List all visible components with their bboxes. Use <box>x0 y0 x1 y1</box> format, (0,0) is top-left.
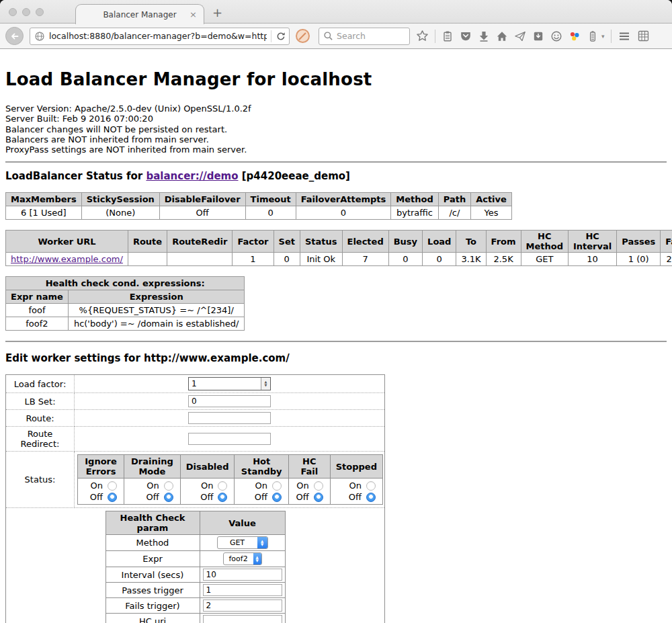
radio-off-stopped[interactable] <box>366 493 376 502</box>
radio-off-row: Off <box>130 491 175 503</box>
column-header: HC Method <box>521 231 568 253</box>
table-cell: GET <box>521 253 568 266</box>
passes-input[interactable] <box>203 584 282 596</box>
radio-on-stopped[interactable] <box>366 481 376 491</box>
search-bar[interactable] <box>319 28 410 45</box>
radio-off-hc-fail[interactable] <box>314 493 323 502</box>
route-redirect-input[interactable] <box>188 433 271 445</box>
search-input[interactable] <box>337 31 397 41</box>
table-cell: 0 <box>423 253 456 266</box>
proxypass-note: ProxyPass settings are NOT inherited fro… <box>5 144 667 155</box>
balancer-status-heading: LoadBalancer Status for balancer://demo … <box>5 170 667 182</box>
download-box-icon[interactable] <box>532 30 544 42</box>
smiley-icon[interactable] <box>550 30 562 42</box>
status-column-header: Hot Standby <box>235 455 288 479</box>
radio-on-disabled[interactable] <box>218 481 227 491</box>
load-factor-stepper[interactable]: ▲▼ <box>188 377 271 390</box>
browser-window: Balancer Manager × + localhost:8880/bala… <box>0 0 672 623</box>
fails-input[interactable] <box>203 599 282 612</box>
overflow-caret-icon[interactable]: ▾ <box>601 33 605 40</box>
back-button[interactable] <box>5 27 24 45</box>
balancer-status-table: MaxMembersStickySessionDisableFailoverTi… <box>5 192 512 220</box>
hc-params-cell: Health Check paramValueMethodGET▲▼Exprfo… <box>6 508 385 623</box>
hc-value-cell <box>200 598 285 614</box>
column-header: Method <box>391 193 438 206</box>
load-factor-input[interactable] <box>189 378 261 390</box>
color-dots-icon[interactable] <box>569 30 581 42</box>
status-row: Status:Ignore ErrorsDraining ModeDisable… <box>6 452 385 508</box>
table-cell: 2 (0) <box>661 253 672 266</box>
table-cell: Init Ok <box>300 253 342 266</box>
radio-off-disabled[interactable] <box>218 493 227 502</box>
table-cell <box>128 253 167 266</box>
url-bar[interactable]: localhost:8880/balancer-manager?b=demo&w… <box>30 28 290 45</box>
column-header: Timeout <box>245 193 296 206</box>
expression-cell: %{REQUEST_STATUS} =~ /^[234]/ <box>68 304 245 317</box>
expr-header-row: Expr nameExpression <box>6 290 245 304</box>
page-content: Load Balancer Manager for localhost Serv… <box>0 69 672 623</box>
column-header: Active <box>471 193 512 206</box>
bookmark-star-icon[interactable] <box>416 30 429 42</box>
radio-off-ignore-errors[interactable] <box>108 493 117 502</box>
hc-param-label: Passes trigger <box>106 583 200 598</box>
expr-row: foof2hc('body') =~ /domain is establishe… <box>6 317 245 331</box>
radio-off-hot-standby[interactable] <box>272 493 282 502</box>
status-radio-cell: OnOff <box>235 479 288 505</box>
thead: Ignore ErrorsDraining ModeDisabledHot St… <box>78 455 383 479</box>
downloads-icon[interactable] <box>478 30 490 42</box>
worker-url-link[interactable]: http://www.example.com/ <box>11 254 123 264</box>
balancer-link[interactable]: balancer://demo <box>146 170 238 182</box>
hc-row: Exprfoof2▲▼ <box>106 551 285 567</box>
send-plane-icon[interactable] <box>514 30 526 42</box>
hc-params-row: Health Check paramValueMethodGET▲▼Exprfo… <box>6 508 385 623</box>
radio-on-hc-fail[interactable] <box>314 481 323 491</box>
hc-param-label: HC uri <box>106 614 200 623</box>
new-tab-button[interactable]: + <box>212 5 222 19</box>
menu-hamburger-icon[interactable] <box>618 30 631 42</box>
radio-on-label: On <box>255 481 267 491</box>
column-header: Elected <box>342 231 388 253</box>
radio-on-row: On <box>130 480 175 491</box>
expr-select[interactable]: foof2▲▼ <box>223 552 262 565</box>
thead: Health Check paramValue <box>106 511 285 535</box>
radio-on-draining-mode[interactable] <box>164 481 173 491</box>
radio-on-row: On <box>186 480 229 491</box>
expr-name-cell: foof2 <box>6 317 69 331</box>
radio-on-row: On <box>83 480 118 491</box>
close-window-icon[interactable] <box>9 8 17 16</box>
edit-worker-heading: Edit worker settings for http://www.exam… <box>5 352 667 364</box>
hc-value-cell <box>200 614 285 623</box>
status-cell: Ignore ErrorsDraining ModeDisabledHot St… <box>75 452 385 508</box>
radio-on-hot-standby[interactable] <box>272 481 282 491</box>
table-cell: /c/ <box>438 206 470 220</box>
pocket-icon[interactable] <box>460 30 472 42</box>
minimize-window-icon[interactable] <box>22 8 30 16</box>
clipboard-icon[interactable] <box>442 30 454 42</box>
expr-row: foof%{REQUEST_STATUS} =~ /^[234]/ <box>6 304 245 317</box>
form-row: Load factor:▲▼ <box>6 375 385 393</box>
window-controls[interactable] <box>9 8 44 16</box>
lb-set-input[interactable] <box>188 395 271 407</box>
reload-icon[interactable] <box>276 31 286 42</box>
tab-close-icon[interactable]: × <box>190 9 197 19</box>
field-label: Load factor: <box>6 375 75 393</box>
url-text[interactable]: localhost:8880/balancer-manager?b=demo&w… <box>49 31 267 41</box>
route-input[interactable] <box>188 412 271 424</box>
worker-table: Worker URLRouteRouteRedirFactorSetStatus… <box>5 230 672 266</box>
status-radio-cell: OnOff <box>288 479 330 505</box>
navigation-toolbar: localhost:8880/balancer-manager?b=demo&w… <box>0 24 672 49</box>
browser-tab[interactable]: Balancer Manager × <box>75 4 204 24</box>
battery-icon[interactable] <box>587 30 599 42</box>
content-blocker-icon[interactable] <box>296 29 310 43</box>
interval-input[interactable] <box>203 569 282 581</box>
radio-off-draining-mode[interactable] <box>164 493 173 502</box>
expr-name-cell: foof <box>6 304 69 317</box>
status-radio-cell: OnOff <box>180 479 235 505</box>
maximize-window-icon[interactable] <box>36 8 44 16</box>
hc-uri-input[interactable] <box>203 615 282 623</box>
method-select[interactable]: GET▲▼ <box>217 536 268 549</box>
radio-on-ignore-errors[interactable] <box>108 481 117 491</box>
server-version: Server Version: Apache/2.5.0-dev (Unix) … <box>5 103 667 114</box>
grid-extension-icon[interactable] <box>637 30 650 42</box>
home-icon[interactable] <box>496 30 508 42</box>
